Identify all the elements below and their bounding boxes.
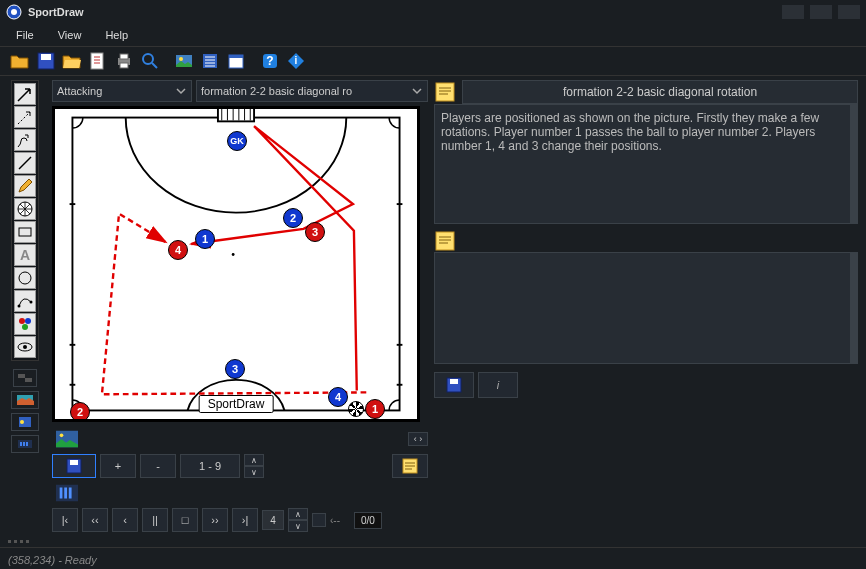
title-bar: SportDraw xyxy=(0,0,866,24)
info-icon[interactable]: i xyxy=(284,49,308,73)
ball-tool-icon[interactable] xyxy=(14,198,36,220)
save-frame-button[interactable] xyxy=(52,454,96,478)
svg-point-34 xyxy=(20,420,24,424)
wavy-arrow-tool-icon[interactable] xyxy=(14,129,36,151)
side-btn-2[interactable] xyxy=(11,391,39,409)
svg-rect-30 xyxy=(18,374,25,378)
side-btn-3[interactable] xyxy=(11,413,39,431)
secondary-notes-body[interactable] xyxy=(434,252,858,364)
svg-rect-20 xyxy=(19,228,31,236)
svg-point-55 xyxy=(60,434,64,438)
range-down-button[interactable]: ∨ xyxy=(244,466,264,478)
remove-frame-button[interactable]: - xyxy=(140,454,176,478)
frame-number-input[interactable] xyxy=(262,510,284,530)
note-icon xyxy=(434,230,456,252)
note-icon xyxy=(434,81,456,103)
canvas-watermark: SportDraw xyxy=(199,395,274,413)
curve-tool-icon[interactable] xyxy=(14,290,36,312)
frame-down-button[interactable]: ∨ xyxy=(288,520,308,532)
separator-dots xyxy=(0,536,866,547)
pause-button[interactable]: || xyxy=(142,508,168,532)
player-blue-4[interactable]: 4 xyxy=(328,387,348,407)
first-frame-button[interactable]: |‹ xyxy=(52,508,78,532)
play-dropdown[interactable]: formation 2-2 basic diagonal ro xyxy=(196,80,428,102)
folder-icon[interactable] xyxy=(60,49,84,73)
print-icon[interactable] xyxy=(112,49,136,73)
help-icon[interactable]: ? xyxy=(258,49,282,73)
player-blue-1[interactable]: 1 xyxy=(195,229,215,249)
svg-point-22 xyxy=(19,272,31,284)
list-icon[interactable] xyxy=(198,49,222,73)
save-disk-icon[interactable] xyxy=(34,49,58,73)
range-up-button[interactable]: ∧ xyxy=(244,454,264,466)
player-blue-3[interactable]: 3 xyxy=(225,359,245,379)
player-red-2[interactable]: 2 xyxy=(70,402,90,422)
frame-thumb[interactable] xyxy=(52,428,82,450)
image-icon[interactable] xyxy=(172,49,196,73)
svg-text:?: ? xyxy=(266,54,273,68)
player-red-4[interactable]: 4 xyxy=(168,240,188,260)
tool-palette-column: A xyxy=(0,76,50,536)
circle-tool-icon[interactable] xyxy=(14,267,36,289)
svg-text:A: A xyxy=(20,247,30,263)
eye-tool-icon[interactable] xyxy=(14,336,36,358)
svg-rect-37 xyxy=(23,442,25,446)
panel-info-button[interactable]: i xyxy=(478,372,518,398)
step-back-button[interactable]: ‹ xyxy=(112,508,138,532)
svg-point-25 xyxy=(19,318,25,324)
open-folder-icon[interactable] xyxy=(8,49,32,73)
notes-button[interactable] xyxy=(392,454,428,478)
text-tool-icon[interactable]: A xyxy=(14,244,36,266)
frame-range-button[interactable]: 1 - 9 xyxy=(180,454,240,478)
player-red-1[interactable]: 1 xyxy=(365,399,385,419)
court-canvas[interactable]: GK 1 2 3 4 1 2 3 4 SportDraw xyxy=(52,106,420,422)
main-area: A Attacking formation 2-2 basic diagonal… xyxy=(0,76,866,536)
edit-doc-icon[interactable] xyxy=(86,49,110,73)
play-description[interactable]: Players are positioned as shown on the p… xyxy=(434,104,858,224)
close-button[interactable] xyxy=(838,5,860,19)
chevron-down-icon xyxy=(175,85,187,97)
add-frame-button[interactable]: + xyxy=(100,454,136,478)
menu-file[interactable]: File xyxy=(6,27,44,43)
menu-view[interactable]: View xyxy=(48,27,92,43)
side-btn-4[interactable] xyxy=(11,435,39,453)
playback-row: |‹ ‹‹ ‹ || □ ›› ›| ∧ ∨ ‹-- 0/0 xyxy=(52,508,428,532)
frame-stepper: ∧ ∨ xyxy=(288,508,308,532)
svg-rect-3 xyxy=(41,54,51,60)
fast-forward-button[interactable]: ›› xyxy=(202,508,228,532)
rewind-button[interactable]: ‹‹ xyxy=(82,508,108,532)
ball[interactable] xyxy=(348,401,364,417)
svg-line-18 xyxy=(19,157,31,169)
save-disk-icon xyxy=(66,458,82,474)
calendar-icon[interactable] xyxy=(224,49,248,73)
svg-point-24 xyxy=(30,301,33,304)
zoom-icon[interactable] xyxy=(138,49,162,73)
category-dropdown[interactable]: Attacking xyxy=(52,80,192,102)
last-frame-button[interactable]: ›| xyxy=(232,508,258,532)
player-gk[interactable]: GK xyxy=(227,131,247,151)
player-tool-icon[interactable] xyxy=(14,313,36,335)
menu-help[interactable]: Help xyxy=(95,27,138,43)
player-blue-2[interactable]: 2 xyxy=(283,208,303,228)
drawing-tools-box: A xyxy=(11,80,39,361)
pencil-tool-icon[interactable] xyxy=(14,175,36,197)
frame-up-button[interactable]: ∧ xyxy=(288,508,308,520)
dashed-arrow-tool-icon[interactable] xyxy=(14,106,36,128)
panel-save-button[interactable] xyxy=(434,372,474,398)
player-red-3[interactable]: 3 xyxy=(305,222,325,242)
rect-tool-icon[interactable] xyxy=(14,221,36,243)
minimize-button[interactable] xyxy=(782,5,804,19)
film-thumb[interactable] xyxy=(52,482,82,504)
svg-point-29 xyxy=(23,345,27,349)
under-canvas-controls: ‹ › + - 1 - 9 ∧ ∨ xyxy=(52,428,428,532)
side-btn-1[interactable] xyxy=(13,369,37,387)
maximize-button[interactable] xyxy=(810,5,832,19)
loop-checkbox[interactable] xyxy=(312,513,326,527)
arrow-tool-icon[interactable] xyxy=(14,83,36,105)
line-tool-icon[interactable] xyxy=(14,152,36,174)
stop-button[interactable]: □ xyxy=(172,508,198,532)
collapse-toggle[interactable]: ‹ › xyxy=(408,432,428,446)
svg-rect-14 xyxy=(229,55,243,58)
film-thumb-icon xyxy=(56,484,78,502)
right-info-column: formation 2-2 basic diagonal rotation Pl… xyxy=(430,76,866,536)
